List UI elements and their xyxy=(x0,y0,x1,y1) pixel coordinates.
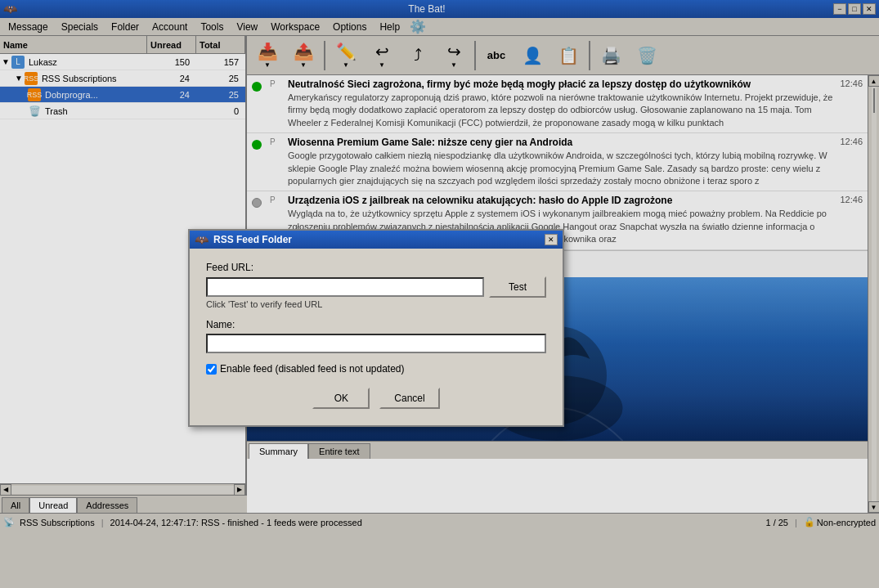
test-button[interactable]: Test xyxy=(489,276,546,298)
feed-url-group: Feed URL: Test Click 'Test' to verify fe… xyxy=(206,262,546,309)
modal-title-bar: 🦇 RSS Feed Folder ✕ xyxy=(190,231,563,249)
modal-title-text: RSS Feed Folder xyxy=(213,234,292,245)
cancel-button[interactable]: Cancel xyxy=(379,388,439,409)
modal-body: Feed URL: Test Click 'Test' to verify fe… xyxy=(190,249,563,425)
feed-url-hint: Click 'Test' to verify feed URL xyxy=(206,299,546,309)
name-label: Name: xyxy=(206,319,546,330)
modal-footer: OK Cancel xyxy=(206,388,546,409)
feed-url-row: Test xyxy=(206,276,546,298)
modal-overlay: 🦇 RSS Feed Folder ✕ Feed URL: Test Click… xyxy=(0,0,879,588)
feed-url-input[interactable] xyxy=(206,277,484,297)
enable-checkbox-row: Enable feed (disabled feed is not update… xyxy=(206,363,546,375)
feed-url-label: Feed URL: xyxy=(206,262,546,273)
name-group: Name: xyxy=(206,319,546,353)
name-input[interactable] xyxy=(206,334,546,353)
enable-feed-checkbox[interactable] xyxy=(206,364,217,375)
enable-feed-label: Enable feed (disabled feed is not update… xyxy=(220,363,405,375)
rss-feed-modal: 🦇 RSS Feed Folder ✕ Feed URL: Test Click… xyxy=(188,229,564,427)
modal-title-area: 🦇 RSS Feed Folder xyxy=(195,233,292,246)
name-row xyxy=(206,334,546,353)
modal-close-button[interactable]: ✕ xyxy=(545,234,558,245)
ok-button[interactable]: OK xyxy=(312,388,370,409)
modal-app-icon: 🦇 xyxy=(195,233,209,246)
